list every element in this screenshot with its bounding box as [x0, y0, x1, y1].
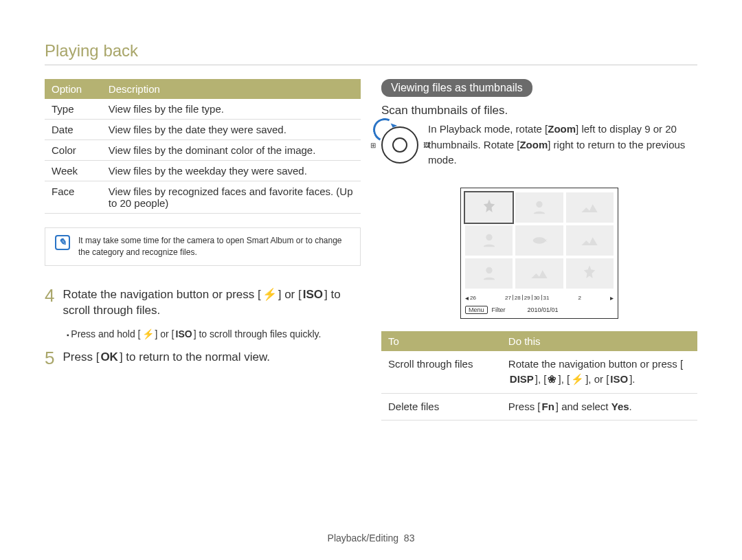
table-header-row: Option Description	[45, 79, 361, 99]
ok-icon: OK	[99, 349, 120, 366]
timeline-right-arrow-icon: ▸	[610, 294, 614, 302]
option-label: Type	[45, 99, 102, 120]
step-text: Rotate the navigation button or press [⚡…	[63, 287, 361, 320]
note-icon: ✎	[55, 235, 70, 250]
options-table: Option Description Type View files by th…	[45, 79, 361, 214]
table-row: Scroll through files Rotate the navigati…	[381, 351, 697, 394]
option-desc: View files by recognized faces and favor…	[102, 181, 361, 214]
flash-icon: ⚡	[570, 372, 585, 388]
table-row: Date View files by the date they were sa…	[45, 120, 361, 140]
option-desc: View files by the weekday they were save…	[102, 161, 361, 181]
iso-icon: ISO	[609, 372, 629, 388]
options-header-option: Option	[45, 79, 102, 99]
table-row: Week View files by the weekday they were…	[45, 161, 361, 181]
timeline-day: 27	[505, 295, 511, 301]
thumbnail	[465, 258, 513, 289]
thumbnail-grid-icon	[370, 139, 376, 150]
thumbnail	[515, 225, 563, 256]
table-row: Face View files by recognized faces and …	[45, 181, 361, 214]
disp-icon: DISP	[508, 372, 535, 388]
preview-date: 2010/01/01	[528, 306, 559, 313]
timeline-day: 31	[543, 295, 550, 301]
todo-header-to: To	[381, 331, 502, 351]
filter-label: Filter	[492, 306, 506, 313]
iso-icon: ISO	[175, 328, 194, 339]
thumbnail-selected	[465, 192, 513, 223]
todo-to: Delete files	[381, 393, 502, 421]
thumbnail-preview: ◂ 26 27 28 29 30 31 2 ▸	[460, 188, 618, 319]
option-label: Color	[45, 140, 102, 161]
timeline-left-arrow-icon: ◂	[465, 294, 469, 302]
preview-footer: Menu Filter 2010/01/01	[465, 303, 614, 314]
menu-button-label: Menu	[465, 306, 488, 314]
todo-dothis: Rotate the navigation button or press [D…	[502, 351, 697, 394]
footer-page-number: 83	[404, 533, 415, 544]
timeline-day: 2	[578, 295, 581, 301]
todo-table: To Do this Scroll through files Rotate t…	[381, 331, 697, 421]
page-footer: Playback/Editing 83	[0, 533, 742, 544]
svg-point-0	[533, 237, 546, 243]
instruction-text: In Playback mode, rotate [Zoom] left to …	[428, 122, 697, 168]
right-column: Viewing files as thumbnails Scan thumbna…	[381, 79, 697, 421]
table-header-row: To Do this	[381, 331, 697, 351]
iso-icon: ISO	[302, 287, 324, 303]
section-title: Playing back	[45, 41, 697, 65]
thumbnail	[566, 258, 614, 289]
thumbnail	[566, 192, 614, 223]
timeline-day: 26	[470, 295, 476, 301]
zoom-dial-icon	[381, 126, 418, 164]
thumbnail	[515, 258, 563, 289]
thumbnail	[566, 225, 614, 256]
single-image-icon	[423, 139, 429, 150]
step-5: 5 Press [OK] to return to the normal vie…	[45, 349, 361, 367]
todo-header-dothis: Do this	[502, 331, 697, 351]
option-label: Date	[45, 120, 102, 140]
macro-icon: ❀	[546, 372, 558, 388]
step-text: Press [OK] to return to the normal view.	[63, 349, 270, 367]
footer-section: Playback/Editing	[328, 533, 399, 544]
table-row: Type View files by the file type.	[45, 99, 361, 120]
option-label: Face	[45, 181, 102, 214]
thumbnail-instruction: In Playback mode, rotate [Zoom] left to …	[381, 122, 697, 168]
table-row: Color View files by the dominant color o…	[45, 140, 361, 161]
flash-icon: ⚡	[261, 287, 278, 303]
timeline-day: 28	[515, 295, 521, 301]
step-4: 4 Rotate the navigation button or press …	[45, 287, 361, 320]
step-number: 5	[45, 349, 54, 367]
todo-to: Scroll through files	[381, 351, 502, 394]
left-column: Option Description Type View files by th…	[45, 79, 361, 421]
thumbnail	[465, 225, 513, 256]
subsection-subtitle: Scan thumbnails of files.	[381, 104, 697, 117]
options-header-desc: Description	[102, 79, 361, 99]
option-desc: View files by the date they were saved.	[102, 120, 361, 140]
timeline-day: 30	[534, 295, 540, 301]
preview-timeline: ◂ 26 27 28 29 30 31 2 ▸	[465, 293, 614, 303]
flash-icon: ⚡	[141, 328, 155, 339]
step-number: 4	[45, 287, 54, 320]
note-text: It may take some time for the camera to …	[78, 235, 350, 258]
fn-icon: Fn	[540, 399, 555, 415]
timeline-day: 29	[524, 295, 530, 301]
substep: Press and hold [⚡] or [ISO] to scroll th…	[67, 328, 361, 339]
thumbnail	[515, 192, 563, 223]
option-desc: View files by the file type.	[102, 99, 361, 120]
note-box: ✎ It may take some time for the camera t…	[45, 227, 361, 266]
table-row: Delete files Press [Fn] and select Yes.	[381, 393, 697, 421]
option-label: Week	[45, 161, 102, 181]
todo-dothis: Press [Fn] and select Yes.	[502, 393, 697, 421]
option-desc: View files by the dominant color of the …	[102, 140, 361, 161]
subsection-chip: Viewing files as thumbnails	[381, 79, 532, 97]
